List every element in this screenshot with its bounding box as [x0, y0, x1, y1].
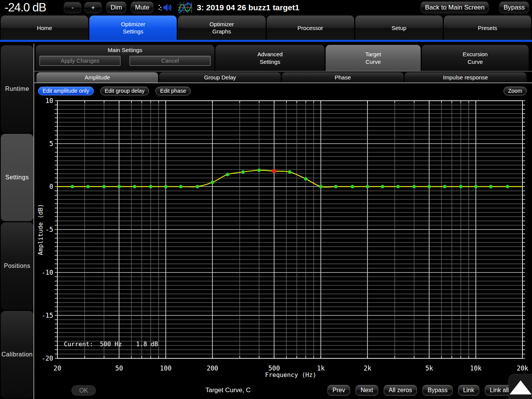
tab-label: Target [326, 51, 421, 58]
link-button[interactable]: Link [458, 385, 479, 396]
zoom-button[interactable]: Zoom [504, 87, 527, 95]
sidebar-item-settings[interactable]: Settings [1, 134, 33, 221]
tab-amplitude[interactable]: Amplitude [36, 72, 158, 82]
bypass-top-button[interactable]: Bypass [499, 2, 529, 13]
curve-name-label: Target Curve, C [190, 386, 266, 394]
speaker-icon [158, 2, 173, 13]
prev-button[interactable]: Prev [328, 385, 350, 396]
edit-phase-button[interactable]: Edit phase [155, 87, 191, 95]
edit-amplitude-only-button[interactable]: Edit amplitude only [38, 87, 94, 95]
cancel-button[interactable]: Cancel [130, 56, 211, 66]
tab-phase[interactable]: Phase [282, 72, 404, 82]
expand-up-triangle-icon[interactable] [510, 380, 532, 394]
tab-label: Settings [89, 28, 177, 35]
mute-button[interactable]: Mute [131, 2, 154, 13]
content-panel: Main Settings Apply Changes Cancel Advan… [33, 44, 532, 399]
tab-impulse-response[interactable]: Impulse response [405, 72, 526, 82]
tab-label: Excursion [422, 51, 529, 58]
master-volume-readout: -24.0 dB [5, 1, 61, 14]
tab-optimizer-graphs[interactable]: Optimizer Graphs [178, 16, 265, 40]
tab-label: Processor [267, 24, 354, 32]
footer-bar: OK Target Curve, C Prev Next All zeros B… [68, 382, 532, 399]
volume-up-button[interactable]: + [84, 2, 102, 13]
tab-label: Main Settings [36, 46, 214, 54]
tab-home[interactable]: Home [1, 16, 88, 40]
ok-button[interactable]: OK [71, 385, 96, 396]
sidebar-item-runtime[interactable]: Runtime [1, 45, 33, 133]
bypass-curve-button[interactable]: Bypass [423, 385, 452, 396]
back-to-main-screen-button[interactable]: Back to Main Screen [421, 2, 489, 13]
tab-presets[interactable]: Presets [444, 16, 531, 40]
next-button[interactable]: Next [356, 385, 378, 396]
active-tab-accent-bar [0, 40, 532, 42]
tab-label: Home [1, 24, 88, 32]
settings-section-tabs: Main Settings Apply Changes Cancel Advan… [34, 44, 532, 71]
sidebar-item-positions[interactable]: Positions [1, 222, 33, 310]
apply-changes-button[interactable]: Apply Changes [40, 56, 120, 66]
tab-label: Optimizer [178, 21, 265, 28]
tab-processor[interactable]: Processor [267, 16, 354, 40]
tab-group-delay[interactable]: Group Delay [159, 72, 281, 82]
corner-panel[interactable] [508, 374, 532, 399]
tab-label: Optimizer [89, 21, 177, 28]
tab-optimizer-settings[interactable]: Optimizer Settings [89, 16, 177, 40]
tab-label: Advanced [215, 51, 325, 58]
main-tab-bar: Home Optimizer Settings Optimizer Graphs… [0, 16, 532, 40]
tab-advanced-settings[interactable]: Advanced Settings [215, 45, 325, 71]
volume-down-button[interactable]: - [64, 2, 81, 13]
tab-label: Setup [355, 24, 443, 32]
app-logo-icon [178, 1, 192, 14]
tab-excursion-curve[interactable]: Excursion Curve [422, 45, 529, 71]
all-zeros-button[interactable]: All zeros [384, 385, 417, 396]
tab-label: Curve [326, 58, 421, 66]
edit-mode-bar: Edit amplitude only Edit group delay Edi… [34, 83, 532, 96]
session-title: 3: 2019 04 26 buzz1 target1 [197, 3, 416, 12]
edit-group-delay-button[interactable]: Edit group delay [100, 87, 149, 95]
sidebar-item-calibration[interactable]: Calibration [1, 311, 33, 398]
tab-main-settings[interactable]: Main Settings Apply Changes Cancel [36, 45, 214, 71]
tab-label: Graphs [178, 28, 265, 35]
tab-setup[interactable]: Setup [355, 16, 443, 40]
dim-button[interactable]: Dim [106, 2, 126, 13]
tab-target-curve[interactable]: Target Curve [326, 45, 421, 71]
top-bar: -24.0 dB - + Dim Mute 3: 2019 04 26 buzz… [0, 0, 532, 15]
tab-label: Settings [215, 58, 325, 66]
sidebar: Runtime Settings Positions Calibration [0, 44, 33, 399]
tab-label: Curve [422, 58, 529, 66]
curve-view-tabs: Amplitude Group Delay Phase Impulse resp… [34, 71, 532, 83]
tab-label: Presets [444, 24, 531, 32]
